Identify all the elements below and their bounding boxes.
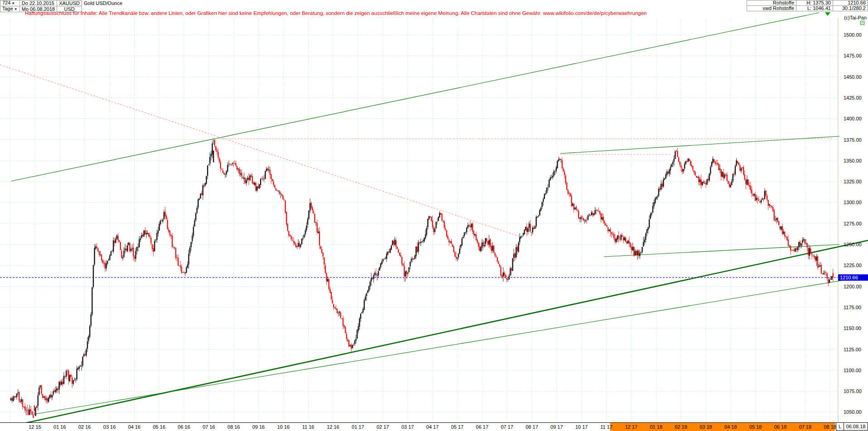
x-axis-label: 07 18: [799, 424, 812, 430]
x-axis-label: 08 18: [824, 424, 836, 430]
x-axis-label: 04 18: [724, 424, 737, 430]
y-axis-label: 1450.00: [844, 74, 866, 80]
y-axis-label: 1400.00: [844, 116, 866, 121]
x-axis-label: 09 17: [550, 424, 563, 430]
price-chart-canvas[interactable]: [0, 0, 868, 431]
y-axis-label: 1475.00: [844, 53, 866, 58]
charting-app-window: 724▼ Do 22.10.2015 XAUUSD Gold USD/Ounce…: [0, 0, 868, 431]
trendline-end-marker-icon[interactable]: [825, 12, 830, 16]
y-axis-label: 1250.00: [844, 242, 866, 247]
provider-label: vwd Rohstoffe: [747, 6, 796, 11]
time-axis: 12 1501 1602 1603 1604 1605 1606 1607 16…: [0, 422, 868, 431]
x-axis-label: 02 18: [675, 424, 687, 430]
trendline-handle-icon[interactable]: [860, 21, 864, 25]
range-info-value: 30.1/280.2: [833, 6, 868, 11]
last-date-cell: 06.08.18: [844, 422, 868, 431]
y-axis-label: 1425.00: [844, 95, 866, 101]
x-axis-label: 12 16: [327, 424, 339, 430]
x-axis-label: 01 18: [650, 424, 662, 430]
x-axis-label: 04 16: [128, 424, 141, 430]
x-axis-label: 04 17: [426, 424, 439, 430]
x-axis-label: 02 17: [376, 424, 389, 430]
x-axis-label: 03 18: [699, 424, 712, 430]
x-axis-label: 02 16: [78, 424, 91, 430]
dropdown-arrow-icon: ▼: [11, 1, 15, 5]
x-axis-label: 03 17: [401, 424, 414, 430]
bars-count-value: 724: [2, 0, 10, 5]
quote-info-panel: Rohstoffe H: 1375.30 1210.66 vwd Rohstof…: [747, 0, 868, 11]
y-axis-label: 1200.00: [844, 284, 866, 289]
last-price-value: 1210.66: [833, 0, 868, 6]
y-axis-label: 1100.00: [844, 368, 866, 373]
x-axis-label: 12 15: [29, 424, 41, 430]
x-axis-label: 08 17: [526, 424, 538, 430]
x-axis-label: 09 16: [252, 424, 265, 430]
x-axis-label: 10 17: [575, 424, 588, 430]
low-marker-cell: L: [836, 422, 844, 431]
timeframe-value: Tage: [2, 6, 13, 11]
x-axis-label: 07 16: [203, 424, 215, 430]
disclaimer-text: Haftungsausschluss für Inhalte: Alle Tre…: [25, 10, 647, 16]
dropdown-arrow-icon: ▼: [14, 7, 18, 11]
y-axis-label: 1350.00: [844, 158, 866, 163]
x-axis-label: 05 17: [451, 424, 464, 430]
copyright-label: (c)Tai-Pan: [844, 15, 867, 20]
bars-count-dropdown[interactable]: 724▼: [0, 0, 20, 6]
y-axis-label: 1300.00: [844, 200, 866, 205]
y-axis-label: 1225.00: [844, 263, 866, 268]
x-axis-label: 11 17: [600, 424, 612, 430]
x-axis-label: 06 16: [178, 424, 190, 430]
x-axis-label: 12 17: [625, 424, 638, 430]
x-axis-label: 01 16: [53, 424, 66, 430]
y-axis-label: 1325.00: [844, 179, 866, 184]
x-axis-label: 08 16: [227, 424, 240, 430]
y-axis-label: 1375.00: [844, 137, 866, 143]
timeframe-dropdown[interactable]: Tage▼: [0, 6, 20, 12]
x-axis-label: 01 17: [352, 424, 364, 430]
y-axis-label: 1050.00: [844, 409, 866, 415]
high-value: H: 1375.30: [796, 0, 833, 6]
x-axis-label: 11 16: [302, 424, 314, 430]
y-axis-label: 1075.00: [844, 388, 866, 394]
start-date-field[interactable]: Do 22.10.2015: [19, 0, 57, 6]
category-label: Rohstoffe: [747, 0, 796, 6]
y-axis-label: 1175.00: [844, 305, 866, 310]
x-axis-label: 07 17: [501, 424, 513, 430]
x-axis-label: 06 18: [774, 424, 787, 430]
x-axis-label: 03 16: [103, 424, 116, 430]
current-price-label: 1210.66: [838, 274, 868, 281]
x-axis-label: 06 17: [476, 424, 489, 430]
x-axis-label: 10 16: [277, 424, 290, 430]
y-axis-label: 1275.00: [844, 221, 866, 226]
y-axis-label: 1150.00: [844, 326, 866, 331]
x-axis-label: 05 18: [749, 424, 762, 430]
symbol-field[interactable]: XAUUSD: [57, 0, 82, 6]
low-value: L: 1046.41: [796, 6, 833, 11]
x-axis-label: 05 16: [153, 424, 165, 430]
y-axis-label: 1125.00: [844, 347, 866, 352]
instrument-name-label: Gold USD/Ounce: [82, 0, 125, 6]
y-axis-label: 1500.00: [844, 32, 866, 38]
